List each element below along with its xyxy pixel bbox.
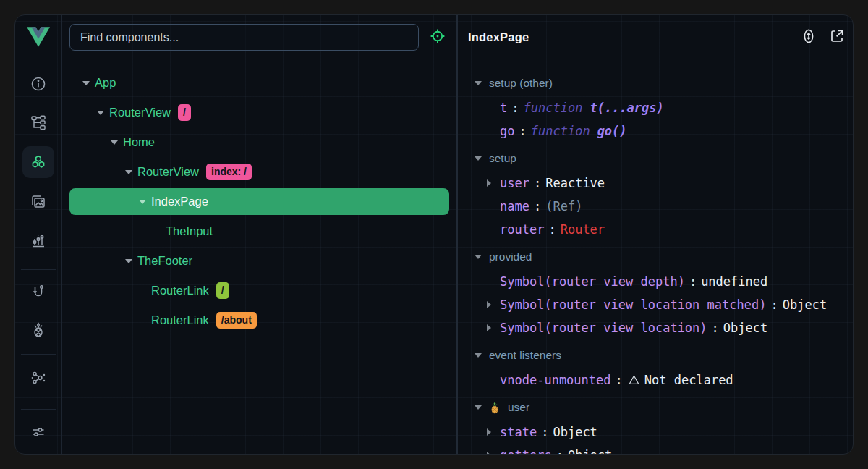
inspector-header: IndexPage <box>458 15 854 59</box>
chevron-right-icon[interactable] <box>487 452 491 454</box>
devtools-window: IndexPage <box>14 14 854 455</box>
section-label: setup <box>489 152 516 165</box>
colon: : <box>689 274 697 289</box>
tree-row-routerview[interactable]: RouterView / <box>61 98 456 127</box>
state-key: vnode-unmounted <box>500 373 611 387</box>
state-key: t <box>500 101 507 115</box>
state-row-router-view-location[interactable]: Symbol(router view location) : Object <box>458 316 814 339</box>
tree-row-indexpage-selected[interactable]: IndexPage <box>61 187 456 216</box>
sidebar-group-divider <box>21 269 56 270</box>
tree-row-theinput[interactable]: TheInput <box>61 216 456 246</box>
tree-row-app[interactable]: App <box>61 68 456 98</box>
component-label: RouterView <box>109 106 171 119</box>
state-row-getters[interactable]: getters : Object <box>458 444 814 454</box>
info-icon <box>30 75 47 93</box>
state-value: Router <box>561 222 605 237</box>
function-signature: t(...args) <box>590 101 663 115</box>
state-value: Object <box>723 321 767 335</box>
state-key: user <box>500 176 529 190</box>
section-label: provided <box>489 250 532 263</box>
sidebar-item-pinia[interactable] <box>22 314 54 346</box>
state-row-name[interactable]: name : (Ref) <box>458 195 814 218</box>
component-label: TheInput <box>166 224 213 238</box>
sidebar-item-graph[interactable] <box>22 362 54 394</box>
state-row-router[interactable]: router : Router <box>458 218 814 241</box>
chevron-down-icon[interactable] <box>124 259 133 263</box>
component-label: TheFooter <box>137 254 192 268</box>
inspect-component-button[interactable] <box>427 27 448 47</box>
function-keyword: function <box>531 124 590 138</box>
state-key: getters <box>500 448 552 454</box>
chevron-down-icon[interactable] <box>110 140 119 145</box>
component-label: App <box>95 76 116 90</box>
tree-row-routerlink-root[interactable]: RouterLink / <box>61 276 456 305</box>
colon: : <box>541 425 548 439</box>
tree-row-routerlink-about[interactable]: RouterLink /about <box>61 305 456 335</box>
state-value: (Ref) <box>545 199 582 214</box>
chevron-down-icon[interactable] <box>138 200 147 204</box>
function-signature: go() <box>597 124 627 138</box>
colon: : <box>556 448 563 454</box>
state-value: Not declared <box>644 373 733 387</box>
chevron-down-icon <box>475 156 482 161</box>
section-pinia-user[interactable]: user <box>458 394 814 421</box>
chevron-right-icon[interactable] <box>487 301 491 308</box>
pages-tree-icon <box>30 114 47 131</box>
chevron-down-icon <box>475 353 482 358</box>
pinia-pineapple-icon <box>30 321 47 339</box>
state-value: Reactive <box>545 176 605 190</box>
state-row-router-view-depth[interactable]: Symbol(router view depth) : undefined <box>458 270 814 293</box>
sidebar-item-router[interactable] <box>22 276 54 308</box>
section-label: event listeners <box>489 349 561 362</box>
chevron-right-icon[interactable] <box>487 179 491 187</box>
tree-row-home[interactable]: Home <box>61 127 456 157</box>
section-event-listeners[interactable]: event listeners <box>458 342 814 368</box>
section-provided[interactable]: provided <box>458 244 814 270</box>
section-setup[interactable]: setup <box>458 145 814 172</box>
selected-row-highlight <box>69 188 449 215</box>
open-in-editor-button[interactable] <box>827 28 846 46</box>
component-label: RouterLink <box>151 284 209 297</box>
sidebar-item-settings[interactable] <box>22 416 54 448</box>
warning-icon <box>629 375 639 385</box>
route-badge: /about <box>216 312 257 329</box>
colon: : <box>534 176 541 190</box>
state-value: Object <box>568 448 612 454</box>
tree-row-routerview-index[interactable]: RouterView index: / <box>61 157 456 187</box>
state-key: name <box>500 199 529 214</box>
vue-logo-icon <box>26 25 51 48</box>
chevron-right-icon[interactable] <box>487 324 491 331</box>
state-row-state[interactable]: state : Object <box>458 421 814 444</box>
sidebar-item-components[interactable] <box>22 146 54 178</box>
sidebar-group-divider <box>21 354 56 355</box>
state-key: router <box>500 222 544 237</box>
chevron-down-icon[interactable] <box>82 81 90 85</box>
scroll-mouse-icon <box>800 28 817 47</box>
colon: : <box>548 222 556 237</box>
sidebar-item-timeline[interactable] <box>22 225 54 257</box>
state-row-go[interactable]: go : function go() <box>458 119 814 143</box>
colon: : <box>534 199 541 214</box>
router-icon <box>30 283 47 300</box>
state-key: state <box>500 425 537 439</box>
sidebar-item-pages[interactable] <box>22 106 54 138</box>
chevron-right-icon[interactable] <box>487 428 491 436</box>
search-input[interactable] <box>69 24 419 51</box>
sidebar-item-overview[interactable] <box>22 68 54 100</box>
state-row-user[interactable]: user : Reactive <box>458 172 814 195</box>
state-row-t[interactable]: t : function t(...args) <box>458 96 814 119</box>
chevron-down-icon[interactable] <box>96 111 105 115</box>
chevron-down-icon[interactable] <box>124 170 133 174</box>
component-tree: App RouterView / Home RouterView index: … <box>61 59 456 454</box>
colon: : <box>616 373 623 387</box>
section-label: setup (other) <box>489 77 553 90</box>
section-setup-other[interactable]: setup (other) <box>458 70 814 96</box>
scroll-to-component-button[interactable] <box>799 28 818 46</box>
sidebar-item-assets[interactable] <box>22 186 54 218</box>
tree-row-thefooter[interactable]: TheFooter <box>61 246 456 276</box>
settings-sliders-icon <box>30 423 47 441</box>
state-row-router-view-location-matched[interactable]: Symbol(router view location matched) : O… <box>458 293 814 316</box>
state-key: Symbol(router view location) <box>500 321 707 335</box>
state-row-vnode-unmounted[interactable]: vnode-unmounted : Not declared <box>458 368 814 392</box>
state-value: Object <box>553 425 597 439</box>
